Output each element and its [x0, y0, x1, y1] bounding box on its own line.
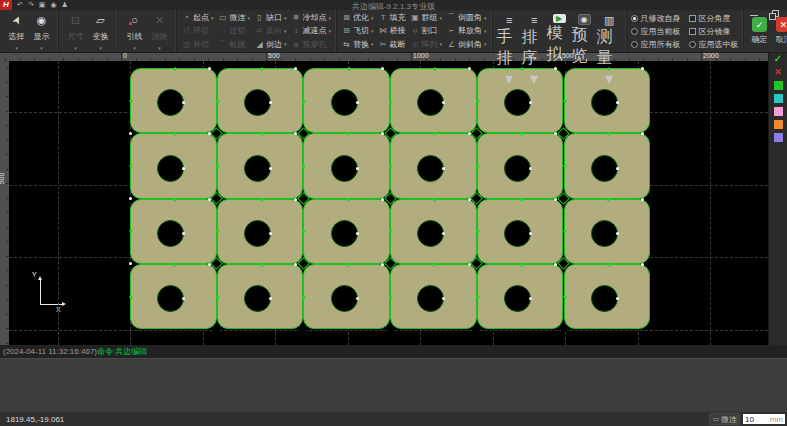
hole-circle[interactable] — [157, 89, 184, 116]
fillet-button[interactable]: ⌒倒圆角▾ — [446, 11, 488, 24]
hole-circle[interactable] — [504, 285, 531, 312]
hole-circle[interactable] — [244, 285, 271, 312]
radio-option-1[interactable]: 应用当前板 — [631, 26, 681, 37]
checkbox-option-0[interactable]: 区分角度 — [689, 13, 739, 24]
hole-circle[interactable] — [504, 89, 531, 116]
chevron-down-icon: ▾ — [605, 69, 613, 88]
select-button[interactable]: ➤选择▾ — [4, 11, 29, 51]
part-rect[interactable] — [217, 264, 304, 329]
part-rect[interactable] — [217, 133, 304, 198]
hole-circle[interactable] — [591, 285, 618, 312]
hole-circle[interactable] — [331, 155, 358, 182]
part-rect[interactable] — [217, 68, 304, 133]
trim-label: 裁断 — [390, 39, 406, 50]
part-rect[interactable] — [477, 264, 564, 329]
hole-circle[interactable] — [157, 155, 184, 182]
measure-button[interactable]: ▥测量▾ — [597, 11, 622, 51]
radio-option-0[interactable]: 只修改自身 — [631, 13, 681, 24]
simulate-button[interactable]: ▶模拟 — [547, 11, 572, 51]
restore-button[interactable] — [769, 10, 779, 20]
part-rect[interactable] — [564, 133, 651, 198]
hole-circle[interactable] — [417, 155, 444, 182]
radio-option-2[interactable]: 应用所有板 — [631, 39, 681, 50]
hole-circle[interactable] — [417, 285, 444, 312]
hole-circle[interactable] — [417, 89, 444, 116]
replace-button[interactable]: ⇆替换▾ — [341, 38, 375, 51]
preview-button[interactable]: ◉预览 — [572, 11, 597, 51]
part-rect[interactable] — [390, 68, 477, 133]
part-rect[interactable] — [303, 68, 390, 133]
chamfer-button[interactable]: ∠倒斜角▾ — [446, 38, 488, 51]
hole-circle[interactable] — [591, 89, 618, 116]
direction-arrow-icon — [346, 132, 350, 136]
part-rect[interactable] — [390, 264, 477, 329]
fill-button[interactable]: T填充 — [378, 11, 407, 24]
cooling-point-button[interactable]: ❄冷却点▾ — [291, 11, 333, 24]
direction-arrow-icon — [302, 165, 306, 169]
hole-circle[interactable] — [157, 285, 184, 312]
part-rect[interactable] — [217, 199, 304, 264]
hole-circle[interactable] — [331, 220, 358, 247]
part-rect[interactable] — [130, 199, 217, 264]
part-rect[interactable] — [390, 133, 477, 198]
transform-button[interactable]: ▱变换▾ — [88, 11, 113, 51]
hole-circle[interactable] — [591, 220, 618, 247]
part-rect[interactable] — [390, 199, 477, 264]
lead-line-button[interactable]: ○引线▾ — [122, 11, 147, 51]
layer-orange-swatch[interactable] — [774, 120, 783, 129]
hole-circle[interactable] — [244, 89, 271, 116]
hole-circle[interactable] — [331, 285, 358, 312]
part-rect[interactable] — [130, 133, 217, 198]
part-rect[interactable] — [130, 68, 217, 133]
start-point-button[interactable]: ◔起点▾ — [181, 11, 215, 24]
hole-circle[interactable] — [157, 220, 184, 247]
part-rect[interactable] — [564, 199, 651, 264]
part-rect[interactable] — [303, 264, 390, 329]
slowdown-point-label: 减速点 — [303, 25, 327, 36]
part-rect[interactable] — [477, 133, 564, 198]
fly-cut-button[interactable]: ⊞飞切▾ — [341, 24, 375, 37]
drawing-canvas[interactable]: Y X — [9, 61, 768, 345]
layer-green-swatch[interactable] — [774, 81, 783, 90]
part-rect[interactable] — [130, 264, 217, 329]
bridge-button[interactable]: ⋈桥接 — [378, 24, 407, 37]
group-button[interactable]: ▣群组▾ — [410, 11, 444, 24]
corner-relief-icon: ⌐ — [447, 26, 456, 35]
micro-joint-input[interactable]: 10 mm — [743, 414, 785, 424]
layer-cyan-swatch[interactable] — [774, 94, 783, 103]
corner-relief-button[interactable]: ⌐释放角▾ — [446, 24, 488, 37]
chamfer-edge-button[interactable]: ◢倒边▾ — [254, 38, 288, 51]
display-button[interactable]: ◉显示▾ — [29, 11, 54, 51]
part-rect[interactable] — [477, 68, 564, 133]
layers-hide-icon[interactable]: ✕ — [774, 68, 782, 77]
cooling-point-label: 冷却点 — [303, 12, 327, 23]
direction-arrow-icon — [519, 198, 523, 202]
checkbox-option-1[interactable]: 区分镜像 — [689, 26, 739, 37]
minimize-button[interactable] — [749, 10, 759, 20]
slit-button[interactable]: ○割口 — [410, 24, 444, 37]
hole-circle[interactable] — [417, 220, 444, 247]
layer-pink-swatch[interactable] — [774, 107, 783, 116]
part-rect[interactable] — [477, 199, 564, 264]
layer-purple-swatch[interactable] — [774, 133, 783, 142]
direction-arrow-icon — [432, 132, 436, 136]
trim-button[interactable]: ✂裁断 — [378, 38, 407, 51]
part-rect[interactable] — [303, 133, 390, 198]
layers-show-all-icon[interactable]: ✓ — [774, 54, 782, 64]
optimize-button[interactable]: ⊠优化▾ — [341, 11, 375, 24]
hole-circle[interactable] — [244, 220, 271, 247]
slowdown-point-button[interactable]: ↓减速点▾ — [291, 24, 333, 37]
manual-sort-button[interactable]: ≡手排▾ — [497, 11, 522, 51]
hole-circle[interactable] — [244, 155, 271, 182]
part-rect[interactable] — [303, 199, 390, 264]
hole-circle[interactable] — [331, 89, 358, 116]
hole-circle[interactable] — [591, 155, 618, 182]
sort-button[interactable]: ≡排序▾ — [522, 11, 547, 51]
dimension-icon: ⊡ — [71, 13, 80, 27]
radio-option-b2[interactable]: 应用选中板 — [689, 39, 739, 50]
part-rect[interactable] — [564, 264, 651, 329]
gap-button[interactable]: ▯缺口▾ — [254, 11, 288, 24]
hole-circle[interactable] — [504, 220, 531, 247]
micro-joint-button[interactable]: ▭微连▾ — [218, 11, 252, 24]
hole-circle[interactable] — [504, 155, 531, 182]
